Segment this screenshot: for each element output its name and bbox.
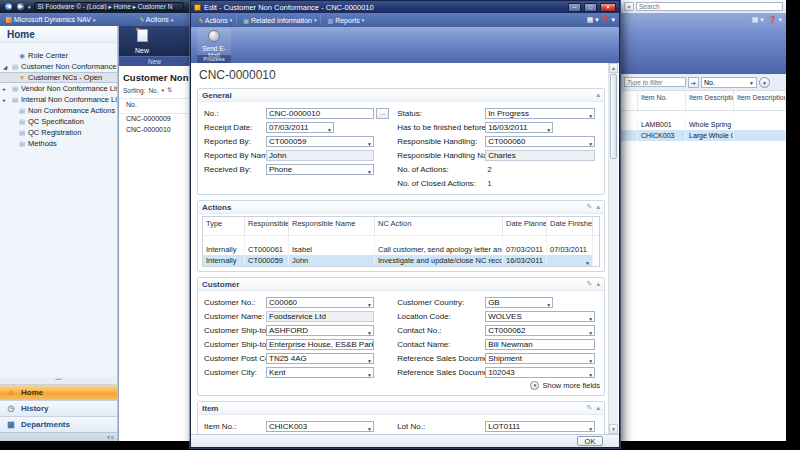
item-no-field[interactable]: CHICK003▼ — [266, 421, 374, 432]
sidebar-item-vendor-non-conformance-list[interactable]: ▸▤Vendor Non Conformance List — [0, 83, 117, 94]
item-column-item-description[interactable]: Item Description — [686, 91, 734, 110]
pane-splitter-handle[interactable]: ••• — [0, 377, 117, 384]
sidebar-item-non-conformance-actions[interactable]: ▤Non Conformance Actions — [0, 105, 117, 116]
customize-icon[interactable]: ▦ ▾ — [587, 16, 599, 24]
has-to-be-finished-before-field[interactable]: 16/03/2011▼ — [485, 122, 553, 133]
sidebar-item-customer-ncs-open[interactable]: ▼Customer NCs - Open — [0, 72, 117, 83]
sidebar-item-qc-specification[interactable]: ▤QC Specification — [0, 116, 117, 127]
contact-no-field[interactable]: CT000062▼ — [485, 325, 595, 336]
customer-post-code-field[interactable]: TN25 4AG▼ — [266, 353, 374, 364]
item-column-item-description-2[interactable]: Item Description 2 — [734, 91, 786, 110]
reported-by-field[interactable]: CT000059▼ — [266, 136, 374, 147]
section-header-customer[interactable]: Customer✎▴ — [198, 278, 604, 291]
cnc-list-row[interactable]: CNC-0000010 — [119, 125, 190, 136]
scrollbar-thumb[interactable] — [610, 74, 617, 159]
apply-filter-icon[interactable]: ➜ — [688, 77, 699, 88]
ok-button[interactable]: OK — [577, 436, 603, 446]
grid-row[interactable]: InternallyCT000059JohnInvestigate and up… — [203, 255, 599, 266]
scroll-down-icon[interactable]: ▼ — [609, 424, 618, 434]
dropdown-caret-icon[interactable]: ▼ — [367, 356, 372, 364]
back-icon[interactable]: ◀ — [4, 2, 13, 11]
grid-column-type[interactable]: Type — [203, 217, 245, 235]
dynamics-nav-menu[interactable]: Microsoft Dynamics NAV ▾ — [2, 13, 99, 26]
dropdown-caret-icon[interactable]: ▼ — [588, 111, 593, 119]
dropdown-caret-icon[interactable]: ▼ — [588, 139, 593, 147]
receipt-date-field[interactable]: 07/03/2011▼ — [266, 122, 334, 133]
section-header-item[interactable]: Item✎▴ — [198, 402, 604, 415]
expand-filter-icon[interactable]: ▼ — [759, 77, 770, 88]
sort-direction-icon[interactable]: ⇅ — [167, 86, 172, 94]
grid-column-responsible-name[interactable]: Responsible Name — [289, 217, 375, 235]
related-information-menu[interactable]: ▦ Related Information▾ — [239, 15, 321, 25]
maximize-button[interactable]: □ — [584, 3, 597, 12]
nav-button-departments[interactable]: ▦Departments — [0, 416, 117, 432]
close-button[interactable]: ✕ — [600, 3, 616, 12]
list-actions-menu[interactable]: ϟ Actions ▾ — [136, 13, 177, 26]
dropdown-caret-icon[interactable]: ▼ — [367, 328, 372, 336]
received-by-field[interactable]: Phone▼ — [266, 164, 374, 175]
edit-pencil-icon[interactable]: ✎ — [587, 203, 593, 211]
sidebar-item-customer-non-conformance-list[interactable]: ◢▤Customer Non Conformance List — [0, 61, 117, 72]
dropdown-caret-icon[interactable]: ▼ — [367, 370, 372, 378]
search-input[interactable] — [636, 2, 783, 11]
edit-pencil-icon[interactable]: ✎ — [587, 404, 593, 412]
cnc-list-row[interactable]: CNC-0000009 — [119, 114, 190, 125]
dialog-titlebar[interactable]: Edit - Customer Non Conformance - CNC-00… — [191, 1, 619, 13]
collapse-icon[interactable]: ▴ — [596, 404, 600, 412]
location-code-field[interactable]: WOLVES▼ — [485, 311, 595, 322]
customer-ship-to-address-field[interactable]: Enterprise House, ES&B Park — [266, 339, 374, 350]
help-icon[interactable]: ❓ ▾ — [601, 16, 615, 24]
grid-column-nc-action[interactable]: NC Action — [375, 217, 503, 235]
grid-row[interactable]: InternallyCT000061IsabelCall customer, s… — [203, 244, 599, 255]
item-table-row[interactable]: LAMB001Whole Spring La... — [621, 119, 786, 130]
customer-no-field[interactable]: C00060▼ — [266, 297, 374, 308]
reports-menu[interactable]: ▥ Reports▾ — [323, 15, 368, 25]
grid-column-responsible[interactable]: Responsible — [245, 217, 289, 235]
favorites-icon[interactable]: ✦ — [624, 2, 634, 11]
section-header-general[interactable]: General▴ — [198, 89, 604, 102]
lookup-ellipsis-button[interactable]: ... — [376, 108, 389, 119]
dropdown-caret-icon[interactable]: ▼ — [588, 424, 593, 432]
responsible-handling-field[interactable]: CT000060▼ — [485, 136, 595, 147]
dropdown-caret-icon[interactable]: ▼ — [367, 424, 372, 432]
nav-history-caret-icon[interactable]: ▾ — [28, 4, 31, 10]
reference-sales-document-type-field[interactable]: Shipment▼ — [485, 353, 595, 364]
customer-ship-to-code-field[interactable]: ASHFORD▼ — [266, 325, 374, 336]
filter-field-combo[interactable]: No. ▼ — [701, 77, 757, 88]
reference-sales-document-no-field[interactable]: 102043▼ — [485, 367, 595, 378]
expander-open-icon[interactable]: ◢ — [3, 64, 9, 70]
dropdown-caret-icon[interactable]: ▼ — [327, 125, 332, 133]
nav-button-history[interactable]: ◷History — [0, 400, 117, 416]
cnc-column-header[interactable]: No. — [119, 98, 190, 114]
customer-city-field[interactable]: Kent▼ — [266, 367, 374, 378]
dropdown-caret-icon[interactable]: ▼ — [588, 314, 593, 322]
sorting-field[interactable]: No. — [148, 87, 158, 94]
dropdown-caret-icon[interactable]: ▼ — [588, 328, 593, 336]
dialog-scrollbar[interactable]: ▲ ▼ — [608, 63, 618, 434]
edit-pencil-icon[interactable]: ✎ — [587, 280, 593, 288]
dropdown-caret-icon[interactable]: ▼ — [546, 125, 551, 133]
sidebar-item-methods[interactable]: ▤Methods — [0, 138, 117, 149]
forward-icon[interactable]: ▶ — [16, 2, 25, 11]
item-column-item-no[interactable]: Item No. — [638, 91, 686, 110]
show-more-fields-link[interactable]: ▼Show more fields — [397, 379, 600, 391]
minimize-button[interactable]: ─ — [568, 3, 581, 12]
customer-country-field[interactable]: GB▼ — [485, 297, 553, 308]
send-email-button[interactable]: Send E-Mail — [197, 28, 231, 55]
dropdown-caret-icon[interactable]: ▼ — [367, 139, 372, 147]
contact-name-field[interactable]: Bill Newman — [485, 339, 595, 350]
dropdown-caret-icon[interactable]: ▼ — [546, 300, 551, 308]
collapse-icon[interactable]: ▴ — [596, 203, 600, 211]
collapse-icon[interactable]: ▴ — [596, 280, 600, 288]
dropdown-caret-icon[interactable]: ▼ — [588, 370, 593, 378]
section-header-actions[interactable]: Actions✎▴ — [198, 201, 604, 214]
lot-no-field[interactable]: LOT0111▼ — [485, 421, 595, 432]
collapse-icon[interactable]: ▴ — [596, 91, 600, 99]
expander-closed-icon[interactable]: ▸ — [3, 97, 9, 103]
sidebar-item-internal-non-conformance-list[interactable]: ▸▤Internal Non Conformance List — [0, 94, 117, 105]
dropdown-caret-icon[interactable]: ▼ — [588, 356, 593, 364]
configure-buttons-strip[interactable]: ▾ ≡ — [0, 432, 117, 441]
expander-closed-icon[interactable]: ▸ — [3, 86, 9, 92]
grid-column-date-finished[interactable]: Date Finished — [547, 217, 593, 235]
grid-column-date-planned[interactable]: Date Planned — [503, 217, 547, 235]
